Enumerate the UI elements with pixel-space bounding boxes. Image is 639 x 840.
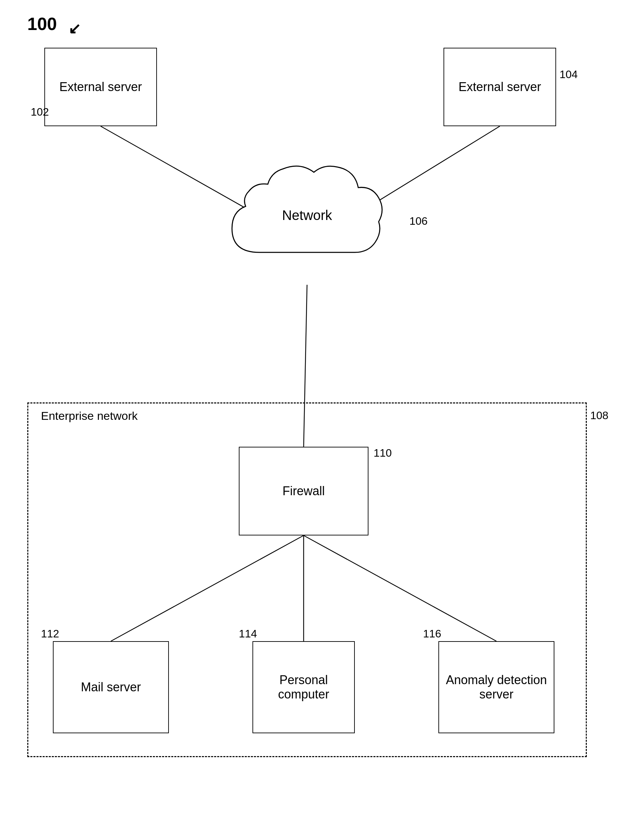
ref-108: 108 [590,409,608,422]
firewall-label: Firewall [283,484,325,498]
external-server-right-label: External server [459,80,541,94]
external-server-left-label: External server [59,80,142,94]
box-personal-computer: Personal computer [253,641,355,733]
ref-102: 102 [31,106,49,118]
cloud-network: Network [211,157,402,286]
ref-112: 112 [41,627,59,640]
diagram-container: 100 ↙ External server 102 External serve… [0,0,639,840]
box-mail-server: Mail server [53,641,169,733]
box-anomaly-detection-server: Anomaly detection server [439,641,555,733]
ref-116: 116 [423,627,441,640]
box-firewall: Firewall [239,447,369,535]
ref-106: 106 [409,215,428,227]
cloud-svg: Network [211,157,402,286]
figure-arrow: ↙ [68,20,81,37]
svg-text:Network: Network [282,208,333,223]
ref-114: 114 [239,627,257,640]
enterprise-network-label: Enterprise network [41,409,137,422]
ref-110: 110 [374,447,392,459]
mail-server-label: Mail server [81,680,141,694]
box-external-server-left: External server [45,48,157,126]
ref-104: 104 [560,68,578,81]
box-external-server-right: External server [443,48,556,126]
figure-label: 100 [27,14,57,34]
personal-computer-label: Personal computer [253,673,354,702]
anomaly-detection-server-label: Anomaly detection server [439,673,554,702]
